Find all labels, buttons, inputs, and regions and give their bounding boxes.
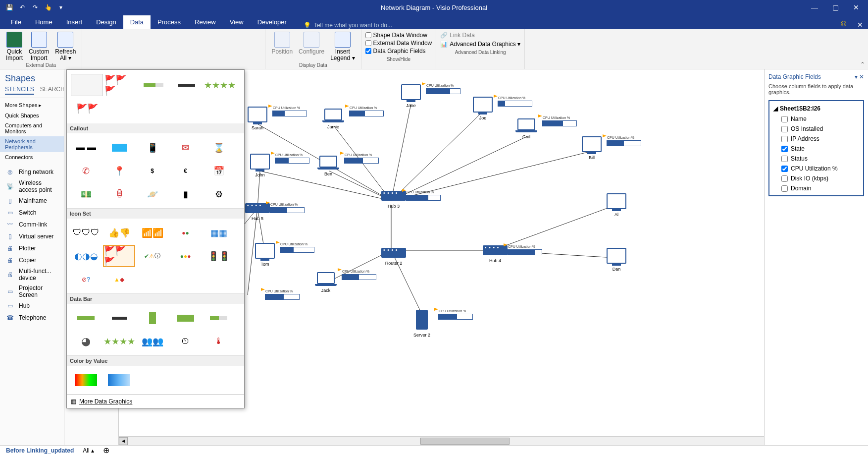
databar-3[interactable]: [136, 307, 168, 329]
shape-item[interactable]: ▯Mainframe: [0, 195, 64, 207]
databar-people[interactable]: 👥👥: [136, 330, 168, 352]
iconset-pies[interactable]: ◐◑◒: [70, 245, 102, 267]
field-checkbox[interactable]: Domain: [771, 183, 861, 193]
more-shapes-button[interactable]: More Shapes ▸: [0, 100, 64, 111]
callout-hourglass-icon[interactable]: ⌛: [203, 136, 235, 159]
iconset-cancel[interactable]: ⊘?: [70, 268, 102, 290]
field-checkbox[interactable]: CPU Utilization %: [771, 164, 861, 173]
callout-badge[interactable]: [103, 136, 135, 159]
iconset-toggles[interactable]: ●●: [169, 222, 202, 244]
tab-data[interactable]: Data: [123, 15, 151, 29]
iconset-traffic-dots[interactable]: ●●●: [169, 245, 202, 267]
more-data-graphics-button[interactable]: ▦ More Data Graphics: [67, 395, 244, 408]
undo-button[interactable]: ↶: [17, 2, 28, 13]
shape-data-window-checkbox[interactable]: Shape Data Window: [365, 32, 432, 39]
callout-phone-icon[interactable]: 📱: [136, 136, 168, 159]
stencil-connectors[interactable]: Connectors: [0, 152, 64, 162]
databar-thermo[interactable]: 🌡: [203, 330, 235, 352]
shape-item[interactable]: ☎Telephone: [0, 312, 64, 324]
touch-mode-button[interactable]: 👆: [43, 2, 53, 13]
advanced-data-graphics-button[interactable]: 📊Advanced Data Graphics ▾: [440, 41, 520, 48]
callout-gear-icon[interactable]: ⚙: [203, 183, 235, 205]
tab-review[interactable]: Review: [188, 15, 223, 29]
databar-gauge[interactable]: ⏲: [169, 330, 202, 352]
panel-close-button[interactable]: ✕: [859, 73, 864, 80]
minimize-button[interactable]: —: [805, 1, 824, 14]
quick-shapes-button[interactable]: Quick Shapes: [0, 111, 64, 120]
diagram-node-dan[interactable]: Dan: [607, 248, 626, 272]
callout-calendar-icon[interactable]: 📅: [203, 160, 235, 182]
tab-home[interactable]: Home: [28, 15, 59, 29]
gallery-stars[interactable]: ★★★★: [204, 74, 236, 96]
configure-button[interactable]: Configure: [297, 31, 326, 56]
diagram-node-router2[interactable]: Router 2: [381, 248, 406, 266]
shape-item[interactable]: 🖨Multi-funct... device: [0, 266, 64, 283]
callout-money-icon[interactable]: 💵: [70, 183, 102, 205]
shape-item[interactable]: ▯Virtual server: [0, 230, 64, 242]
data-graphic-fields-checkbox[interactable]: Data Graphic Fields: [365, 48, 432, 55]
tab-developer[interactable]: Developer: [251, 15, 294, 29]
data-source-header[interactable]: ◢Sheet1$B2:I26: [771, 103, 861, 114]
close-button[interactable]: ✕: [846, 1, 866, 14]
databar-pie[interactable]: ◕: [70, 330, 102, 352]
shape-item[interactable]: ▭Hub: [0, 300, 64, 312]
stencil-network-peripherals[interactable]: Network and Peripherals: [0, 136, 64, 152]
shape-item[interactable]: 🖨Copier: [0, 254, 64, 266]
callout-database-icon[interactable]: 🛢: [103, 183, 135, 205]
gallery-flags-1[interactable]: 🚩🚩🚩: [104, 74, 136, 96]
field-checkbox[interactable]: Disk IO (kbps): [771, 173, 861, 183]
iconset-grid[interactable]: ▦▦: [203, 222, 235, 244]
diagram-node-gail[interactable]: Gail CPU Utilization %: [517, 116, 535, 139]
gallery-text-1[interactable]: [170, 74, 203, 96]
iconset-status[interactable]: ✔⚠ⓘ: [136, 245, 168, 267]
field-checkbox[interactable]: OS Installed: [771, 124, 861, 134]
insert-legend-button[interactable]: Insert Legend ▾: [328, 31, 357, 62]
gallery-flags-2[interactable]: 🚩🚩: [71, 97, 103, 119]
iconset-flags-selected[interactable]: 🚩🚩🚩: [103, 245, 135, 267]
redo-button[interactable]: ↷: [30, 2, 41, 13]
diagram-node-jack[interactable]: Jack CPU Utilization %: [317, 270, 335, 293]
tell-me-search[interactable]: 💡Tell me what you want to do...: [304, 22, 392, 29]
tab-design[interactable]: Design: [89, 15, 123, 29]
all-pages-button[interactable]: All ▴: [83, 447, 94, 454]
external-data-window-checkbox[interactable]: External Data Window: [365, 40, 432, 47]
shape-item[interactable]: ▭Projector Screen: [0, 283, 64, 300]
diagram-node-jamie[interactable]: Jamie CPU Utilization %: [324, 107, 342, 129]
tab-process[interactable]: Process: [151, 15, 188, 29]
quick-import-button[interactable]: Quick Import: [4, 31, 25, 62]
callout-phone2-icon[interactable]: ✆: [70, 160, 102, 182]
field-checkbox[interactable]: State: [771, 144, 861, 154]
feedback-smiley-icon[interactable]: ☺: [839, 18, 848, 29]
diagram-node-sarah[interactable]: Sarah CPU Utilization %: [248, 107, 267, 130]
callout-server-icon[interactable]: ▮: [169, 183, 202, 205]
tab-view[interactable]: View: [223, 15, 251, 29]
close-document-button[interactable]: ✕: [857, 21, 863, 29]
diagram-node-server2[interactable]: Server 2 CPU Utilization %: [413, 310, 430, 338]
databar-stars[interactable]: ★★★★: [103, 330, 135, 352]
stencil-computers[interactable]: Computers and Monitors: [0, 120, 64, 136]
callout-planet-icon[interactable]: 🪐: [136, 183, 168, 205]
scroll-left-button[interactable]: ◄: [119, 437, 128, 445]
refresh-all-button[interactable]: Refresh All ▾: [53, 31, 78, 62]
diagram-node-tom[interactable]: Tom CPU Utilization %: [255, 243, 275, 267]
position-button[interactable]: Position: [269, 31, 295, 56]
panel-dropdown-icon[interactable]: ▾: [855, 73, 858, 80]
color-blues[interactable]: [103, 369, 135, 391]
iconset-wifi[interactable]: 📶📶: [136, 222, 168, 244]
iconset-traffic-lights[interactable]: 🚦🚦: [203, 245, 235, 267]
sheet-tab[interactable]: Before Linking_updated: [6, 447, 74, 454]
restore-button[interactable]: ▢: [825, 1, 845, 14]
diagram-node-john[interactable]: John CPU Utilization %: [250, 154, 270, 177]
callout-text[interactable]: ▬ ▬: [70, 136, 102, 159]
search-tab[interactable]: SEARCH: [40, 86, 64, 95]
iconset-shields[interactable]: 🛡🛡🛡: [70, 222, 102, 244]
tab-file[interactable]: File: [4, 15, 28, 29]
diagram-node-joe[interactable]: Joe CPU Utilization %: [473, 97, 493, 120]
shape-item[interactable]: ▭Switch: [0, 207, 64, 219]
callout-euro-icon[interactable]: €: [169, 160, 202, 182]
shape-item[interactable]: 📡Wireless access point: [0, 178, 64, 195]
databar-2[interactable]: [103, 307, 135, 329]
stencils-tab[interactable]: STENCILS: [5, 86, 34, 95]
diagram-node-bill[interactable]: Bill CPU Utilization %: [582, 136, 602, 160]
field-checkbox[interactable]: IP Address: [771, 134, 861, 144]
